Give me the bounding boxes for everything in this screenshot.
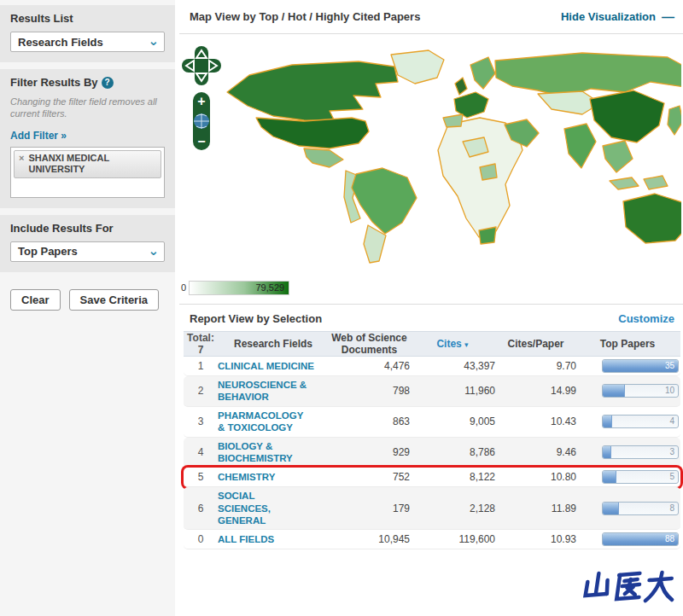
table-row: 6 SOCIAL SCIENCES, GENERAL 179 2,128 11.… [184,487,680,530]
field-link[interactable]: CLINICAL MEDICINE [218,360,314,372]
map-controls: + − [181,44,222,155]
table-row-chemistry: 5 CHEMISTRY 752 8,122 10.80 5 [184,468,680,487]
cites-value: 8,122 [410,471,495,483]
row-rank: 3 [184,416,218,427]
map-header: Map View by Top / Hot / Highly Cited Pap… [179,0,683,34]
minus-icon: — [662,9,674,24]
top-papers-bar: 5 [602,470,679,484]
cites-per-paper-value: 14.99 [495,385,576,397]
sort-arrow-icon: ▾ [464,340,469,349]
field-link[interactable]: ALL FIELDS [218,533,274,545]
table-row: 2 NEUROSCIENCE & BEHAVIOR 798 11,960 14.… [184,376,680,407]
legend-max-value: 79,529 [255,282,284,293]
field-link[interactable]: PHARMACOLOGY & TOXICOLOGY [218,410,303,434]
docs-value: 10,945 [329,533,410,545]
report-view-title: Report View by Selection [190,312,322,325]
report-header: Report View by Selection Customize [179,307,683,329]
field-link[interactable]: SOCIAL SCIENCES, GENERAL [218,490,288,526]
esi-app-window: Results List Research Fields ⌄ Filter Re… [0,0,683,616]
total-value: 7 [184,344,218,356]
shanyida-watermark [582,568,676,607]
docs-value: 798 [329,385,410,397]
filter-note: Changing the filter field removes all cu… [10,96,165,120]
top-papers-value: 8 [669,503,674,513]
top-papers-bar: 4 [602,415,679,428]
filter-section: Filter Results By? Changing the filter f… [0,69,175,208]
hide-visualization-link[interactable]: Hide Visualization — [561,9,674,24]
top-papers-value: 35 [665,361,674,370]
total-header: Total: 7 [184,332,218,356]
col-research-fields: Research Fields [218,338,329,350]
cites-per-paper-value: 10.80 [495,471,576,483]
col-cites-per-paper: Cites/Paper [495,338,576,350]
field-link[interactable]: NEUROSCIENCE & BEHAVIOR [218,379,322,404]
include-results-section: Include Results For Top Papers ⌄ [0,215,175,272]
field-link[interactable]: CHEMISTRY [218,471,275,483]
legend-min-value: 0 [181,282,186,293]
top-papers-value: 5 [669,472,674,481]
docs-value: 863 [312,416,410,427]
clear-button[interactable]: Clear [10,289,61,311]
table-row: 4 BIOLOGY & BIOCHEMISTRY 929 8,786 9.46 … [184,438,680,468]
docs-value: 4,476 [329,360,410,372]
top-papers-value: 4 [669,416,674,426]
remove-filter-icon[interactable]: × [19,153,24,177]
top-papers-value: 10 [665,386,674,395]
docs-value: 929 [329,446,410,458]
cites-per-paper-value: 10.93 [495,533,576,545]
results-list-select[interactable]: Research Fields ⌄ [10,32,165,52]
row-rank: 1 [184,360,218,372]
main-panel: Map View by Top / Hot / Highly Cited Pap… [179,0,683,616]
zoom-out-icon: − [197,134,205,148]
row-rank: 4 [184,446,218,458]
world-map: + − [179,36,683,273]
cites-per-paper-value: 9.70 [495,360,576,372]
filter-chip[interactable]: × SHANXI MEDICAL UNIVERSITY [14,150,161,179]
col-top-papers: Top Papers [576,338,680,350]
hide-visualization-label: Hide Visualization [561,10,656,23]
sidebar-buttons: Clear Save Criteria [0,279,175,321]
zoom-control: + − [193,92,210,150]
docs-value: 752 [329,471,410,483]
top-papers-bar: 8 [602,502,679,515]
add-filter-link[interactable]: Add Filter » [10,130,67,142]
table-row: 3 PHARMACOLOGY & TOXICOLOGY 863 9,005 10… [184,407,680,438]
cites-per-paper-value: 10.43 [495,416,576,427]
field-link[interactable]: BIOLOGY & BIOCHEMISTRY [218,440,322,465]
row-rank: 0 [184,533,218,545]
cites-value: 8,786 [410,446,495,458]
row-rank: 6 [184,503,218,514]
include-results-select[interactable]: Top Papers ⌄ [10,241,165,262]
top-papers-bar: 10 [602,384,679,398]
results-list-value: Research Fields [18,36,103,49]
results-list-section: Results List Research Fields ⌄ [0,5,175,62]
cites-value: 119,600 [410,533,495,545]
col-cites-sort[interactable]: Cites ▾ [410,338,495,350]
cites-value: 9,005 [410,416,495,427]
chevron-down-icon: ⌄ [148,33,159,49]
pan-control [182,46,221,85]
legend-gradient-bar: 79,529 [189,281,289,295]
help-icon[interactable]: ? [102,77,114,89]
zoom-in-icon: + [197,94,205,108]
results-list-label: Results List [10,12,165,25]
cites-value: 43,397 [410,360,495,372]
customize-link[interactable]: Customize [618,312,674,325]
choropleth-map-image[interactable] [224,39,681,268]
cites-per-paper-value: 9.46 [495,446,576,458]
filter-chip-label: SHANXI MEDICAL UNIVERSITY [28,153,156,177]
total-label: Total: [184,332,218,344]
include-results-value: Top Papers [18,245,78,258]
filter-by-label: Filter Results By? [10,76,165,89]
save-criteria-button[interactable]: Save Criteria [69,289,160,311]
row-rank: 5 [184,471,218,483]
top-papers-bar: 35 [602,359,679,373]
map-view-title: Map View by Top / Hot / Highly Cited Pap… [190,10,420,23]
top-papers-bar: 3 [602,445,679,459]
sidebar: Results List Research Fields ⌄ Filter Re… [0,0,175,616]
include-results-label: Include Results For [10,222,165,235]
top-papers-value: 88 [665,534,674,543]
chevron-down-icon: ⌄ [148,243,159,259]
filter-by-text: Filter Results By [10,76,98,89]
table-row: 1 CLINICAL MEDICINE 4,476 43,397 9.70 35 [184,357,680,376]
